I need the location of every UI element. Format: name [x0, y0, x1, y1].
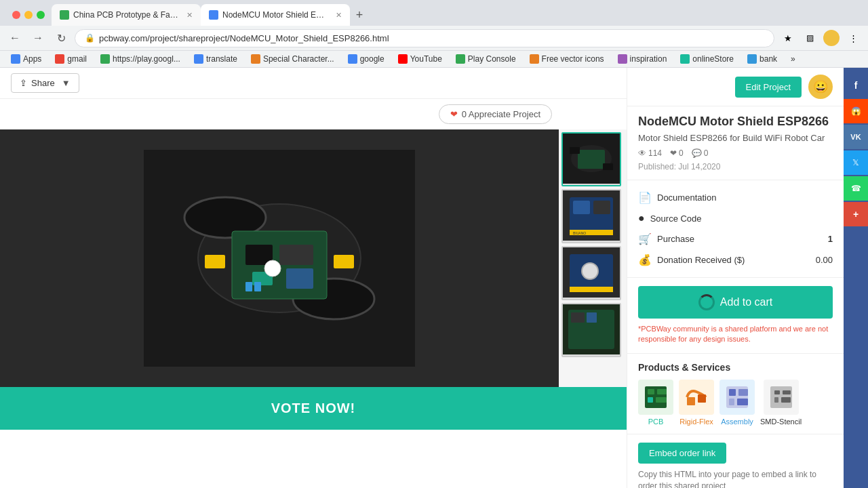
image-section: ❤ 0 Appreciate Project [0, 99, 627, 430]
tab-2[interactable]: NodeMCU Motor Shield ESP8... ✕ [201, 4, 350, 26]
embed-section: Embed order link Copy this HTML into you… [627, 434, 844, 488]
address-bar[interactable]: 🔒 pcbway.com/project/shareproject/NodeMC… [75, 29, 774, 47]
comments-count: 0 [704, 148, 709, 158]
thumb3-image [563, 247, 620, 298]
product-smd-stencil[interactable]: SMD-Stencil [760, 380, 802, 426]
thumbnail-2[interactable]: BIUANO [561, 189, 621, 243]
svg-point-27 [582, 263, 598, 279]
products-services-section: Products & Services PCB [627, 354, 844, 434]
twitter-icon: 𝕏 [852, 158, 859, 167]
thumbnail-4[interactable] [561, 303, 621, 357]
play-icon [100, 54, 110, 64]
add-to-cart-button[interactable]: Add to cart [638, 286, 833, 319]
bm-vectors[interactable]: Free vector icons [524, 52, 610, 66]
reload-button[interactable]: ↻ [52, 28, 71, 47]
comments-stat: 💬 0 [692, 148, 709, 158]
bm-apps[interactable]: Apps [5, 52, 47, 66]
svg-rect-33 [598, 312, 612, 323]
products-services-title: Products & Services [638, 362, 833, 373]
smd-stencil-label: SMD-Stencil [760, 418, 802, 426]
new-tab-button[interactable]: + [350, 5, 369, 24]
thumb1-image [563, 134, 620, 184]
svg-rect-16 [578, 150, 605, 169]
whatsapp-share-button[interactable]: ☎ [844, 176, 868, 201]
bm-inspiration[interactable]: inspiration [612, 52, 673, 66]
profile-icon[interactable] [823, 30, 840, 46]
documentation-link[interactable]: 📄 Documentation [638, 187, 833, 208]
product-pcb[interactable]: PCB [638, 380, 673, 426]
inspiration-icon [618, 54, 627, 64]
edit-project-button[interactable]: Edit Project [735, 77, 802, 98]
assembly-image [722, 382, 752, 412]
cart-loading-spinner [698, 294, 715, 310]
bm-gmail[interactable]: gmail [50, 52, 92, 66]
back-button[interactable]: ← [5, 28, 24, 47]
google-plus-share-button[interactable]: + [844, 202, 868, 226]
svg-rect-48 [737, 399, 748, 405]
bm-more[interactable]: » [785, 52, 801, 66]
vote-banner[interactable]: VOTE NOW! [0, 387, 627, 430]
add-to-cart-label: Add to cart [720, 296, 772, 308]
documentation-label: Documentation [657, 192, 716, 203]
donation-icon: 💰 [638, 253, 652, 266]
share-dropdown-icon: ▼ [62, 78, 71, 88]
rigid-flex-image [682, 382, 711, 412]
twitter-share-button[interactable]: 𝕏 [844, 150, 868, 175]
bm-play[interactable]: https://play.googl... [95, 52, 186, 66]
project-description: Motor Shield ESP8266 for Build WiFi Robo… [638, 133, 833, 143]
vk-share-button[interactable]: VK [844, 125, 868, 149]
likes-stat: ❤ 0 [670, 148, 684, 158]
bm-youtube[interactable]: YouTube [393, 52, 448, 66]
thumbnail-1[interactable] [561, 132, 621, 186]
main-image [0, 129, 559, 387]
appreciate-button[interactable]: ❤ 0 Appreciate Project [439, 104, 552, 124]
bm-bank[interactable]: bank [742, 52, 783, 66]
svg-rect-52 [783, 390, 791, 394]
forward-button[interactable]: → [28, 28, 47, 47]
tab2-favicon [209, 10, 218, 20]
product-assembly[interactable]: Assembly [719, 380, 755, 426]
svg-text:BIUANO: BIUANO [573, 231, 586, 235]
address-text: pcbway.com/project/shareproject/NodeMCU_… [99, 33, 389, 43]
facebook-share-button[interactable]: f [844, 73, 868, 98]
share-button[interactable]: ⇪ Share ▼ [11, 73, 79, 93]
bm-google[interactable]: google [342, 52, 390, 66]
close-traffic-light[interactable] [12, 11, 20, 19]
page-wrapper: ⇪ Share ▼ ❤ 0 Appreciate Project [0, 68, 868, 488]
thumbnail-3[interactable] [561, 246, 621, 300]
plus-icon: + [853, 209, 859, 220]
image-row: BIUANO [0, 129, 627, 387]
tab2-close[interactable]: ✕ [336, 11, 342, 20]
play-console-icon [456, 54, 465, 64]
purchase-row: 🛒 Purchase 1 [638, 228, 833, 249]
source-code-link[interactable]: ● Source Code [638, 208, 833, 228]
smd-stencil-image [766, 382, 796, 412]
products-services-grid: PCB Rigid-Flex [638, 380, 833, 426]
embed-order-link-button[interactable]: Embed order link [638, 443, 726, 464]
add-to-cart-section: Add to cart *PCBWay community is a share… [627, 278, 844, 354]
donation-row: 💰 Donation Received ($) 0.00 [638, 249, 833, 270]
bm-play-console[interactable]: Play Console [450, 52, 521, 66]
minimize-traffic-light[interactable] [24, 11, 33, 19]
reddit-icon: 😱 [851, 106, 861, 116]
bookmark-icon[interactable]: ★ [778, 28, 797, 47]
bm-online-store[interactable]: onlineStore [675, 52, 739, 66]
navigation-bar: ← → ↻ 🔒 pcbway.com/project/shareproject/… [0, 26, 868, 51]
rigid-flex-icon [679, 380, 714, 415]
reddit-share-button[interactable]: 😱 [844, 99, 868, 123]
tab-1[interactable]: China PCB Prototype & Fabric... ✕ [52, 4, 201, 26]
bm-translate[interactable]: translate [189, 52, 243, 66]
pcb-icon [638, 380, 673, 415]
purchase-count: 1 [828, 234, 833, 244]
svg-rect-18 [603, 163, 613, 170]
extensions-icon[interactable]: ▨ [800, 28, 819, 47]
product-rigid-flex[interactable]: Rigid-Flex [679, 380, 714, 426]
tab1-close[interactable]: ✕ [186, 11, 193, 20]
fullscreen-traffic-light[interactable] [37, 11, 45, 19]
tab1-favicon [60, 10, 69, 20]
bm-special[interactable]: Special Character... [245, 52, 340, 66]
user-avatar[interactable]: 😀 [808, 75, 833, 99]
menu-icon[interactable]: ⋮ [844, 28, 863, 47]
svg-rect-47 [729, 399, 734, 405]
svg-rect-17 [570, 147, 580, 154]
